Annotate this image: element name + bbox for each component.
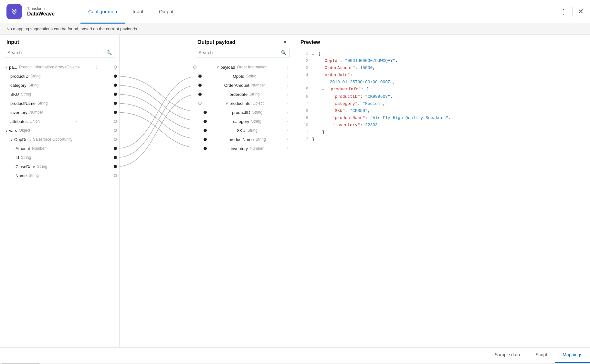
connector-vars: [114, 129, 117, 132]
line-num-1: 1: [299, 50, 308, 57]
out-connector-payload: [193, 66, 196, 69]
output-panel: Output payload ▼ 🔍 ∨ payload Order Infor…: [191, 35, 294, 347]
out-dots-orderamount[interactable]: ⋮: [285, 83, 290, 88]
out-dots-out-productname[interactable]: ⋮: [285, 137, 290, 142]
filter-icon[interactable]: ▼: [283, 40, 287, 45]
preview-line-12: 12 }: [299, 136, 585, 143]
line-content-12: }: [312, 136, 585, 143]
output-item-payload: ∨ payload Order Information ⋮: [191, 63, 294, 72]
tab-script[interactable]: Script: [528, 348, 555, 363]
out-type-out-productname: String: [256, 137, 266, 142]
preview-line-9: 9 "productName": "Air Fly High Quality S…: [299, 115, 585, 122]
line-content-9: "productName": "Air Fly High Quality Sne…: [312, 115, 585, 122]
output-item-oppid: OppId String ⋮: [191, 72, 294, 81]
out-label-out-inventory: inventory: [231, 146, 248, 151]
input-search-input[interactable]: [7, 50, 106, 55]
output-search-box: 🔍: [195, 48, 290, 57]
app-title-block: Transform DataWeave: [27, 6, 55, 17]
out-label-out-category: category: [233, 119, 249, 124]
line-num-8: 8: [299, 107, 308, 115]
connector-closedate: [114, 165, 117, 168]
out-type-oppid: String: [246, 74, 256, 78]
connections-svg: [120, 35, 191, 347]
tab-configuration[interactable]: Configuration: [80, 0, 125, 24]
line-num-10: 10: [299, 122, 308, 129]
line-content-10: "inventory": 22333: [312, 122, 585, 129]
tree-label-inventory: inventory: [10, 110, 27, 115]
expand-productinfo[interactable]: ∨: [226, 101, 228, 106]
tab-input[interactable]: Input: [125, 0, 151, 24]
out-dots-orderdate[interactable]: ⋮: [285, 92, 290, 97]
line-num-11: 11: [299, 129, 308, 136]
tree-dots-attributes[interactable]: ⋮: [74, 119, 79, 124]
close-button[interactable]: ✕: [578, 7, 584, 16]
tab-output[interactable]: Output: [151, 0, 181, 24]
tree-label-amount: Amount: [16, 146, 30, 151]
tree-item-inventory: inventory Number: [0, 108, 119, 117]
header-divider: [572, 7, 573, 16]
tree-type-vars: Object: [19, 128, 30, 133]
preview-line-7: 7 "category": "Medium",: [299, 100, 585, 107]
collapse-1[interactable]: ▬: [312, 52, 314, 56]
app-subtitle: Transform: [27, 6, 55, 11]
out-dots-payload[interactable]: ⋮: [285, 65, 290, 70]
out-dots-oppid[interactable]: ⋮: [285, 74, 290, 79]
out-dots-out-sku[interactable]: ⋮: [285, 128, 290, 133]
out-type-payload: Order Information: [237, 65, 268, 69]
tab-mappings[interactable]: Mappings: [555, 348, 590, 363]
header-tabs: Configuration Input Output: [80, 0, 181, 23]
tree-label-oppde: OppDe...: [14, 137, 31, 142]
tree-label-closedate: CloseDate: [16, 164, 35, 169]
out-connector-out-category: [204, 120, 207, 123]
tree-dots-pa[interactable]: ⋮: [94, 65, 99, 70]
preview-panel: Preview 1 ▬ { 2 "OppId": "0061U0000079dW…: [294, 35, 590, 347]
out-dots-productinfo[interactable]: ⋮: [285, 101, 290, 106]
line-num-4b: [299, 79, 308, 86]
tree-label-attributes: attributes: [10, 119, 27, 124]
line-content-8: "SKU": "CKS50",: [312, 107, 585, 115]
tree-item-sku: SKU String: [0, 90, 119, 99]
expand-payload[interactable]: ∨: [216, 65, 219, 69]
output-search-input[interactable]: [198, 50, 281, 55]
main-content: Input 🔍 ∨ pa... Product Information: Arr…: [0, 35, 590, 347]
output-item-orderamount: OrderAmount Number ⋮: [191, 81, 294, 90]
connector-productID: [114, 75, 117, 78]
tree-label-pa: pa...: [9, 65, 17, 70]
line-content-1: ▬ {: [312, 50, 585, 57]
tree-type-oppde: Salesforce Opportunity: [33, 137, 72, 142]
tree-type-productname: String: [37, 101, 47, 106]
tree-item-productID: productID String: [0, 72, 119, 81]
out-connector-out-productname: [204, 138, 207, 141]
preview-line-11: 11 }: [299, 129, 585, 136]
line-num-6: 6: [299, 93, 308, 100]
input-panel-title: Input: [0, 35, 119, 48]
output-item-out-inventory: inventory Number ⋮: [191, 144, 294, 153]
line-content-4: "orderdate":: [312, 72, 585, 79]
connector-amount: [114, 147, 117, 150]
out-type-out-inventory: Number: [250, 146, 264, 151]
output-item-out-productname: productName String ⋮: [191, 135, 294, 144]
input-tree: ∨ pa... Product Information: Array<Objec…: [0, 60, 119, 347]
output-item-orderdate: orderdate String ⋮: [191, 90, 294, 99]
collapse-5[interactable]: ▬: [322, 87, 324, 91]
out-dots-out-category[interactable]: ⋮: [285, 119, 290, 124]
tab-sample-data[interactable]: Sample data: [487, 348, 528, 363]
out-type-out-category: String: [251, 119, 261, 124]
tree-dots-oppde[interactable]: ⋮: [91, 137, 96, 142]
out-dots-out-inventory[interactable]: ⋮: [285, 146, 290, 151]
bottom-bar: Sample data Script Mappings: [0, 347, 590, 363]
output-item-out-category: category String ⋮: [191, 117, 294, 126]
banner: No mapping suggestions can be found, bas…: [0, 23, 590, 35]
tree-item-id: Id String: [0, 153, 119, 162]
more-options-button[interactable]: ⋮: [560, 8, 567, 15]
tree-label-productname: productName: [10, 101, 36, 106]
expand-pa[interactable]: ∨: [5, 65, 8, 69]
expand-vars[interactable]: ∨: [5, 128, 8, 133]
output-item-out-productid: productID String ⋮: [191, 108, 294, 117]
connector-inventory: [114, 111, 117, 114]
out-dots-out-productid[interactable]: ⋮: [285, 110, 290, 115]
line-content-11: }: [312, 129, 585, 136]
expand-oppde[interactable]: ∨: [10, 137, 13, 142]
header-actions: ⋮ ✕: [560, 7, 584, 16]
out-connector-orderamount: [198, 84, 202, 87]
